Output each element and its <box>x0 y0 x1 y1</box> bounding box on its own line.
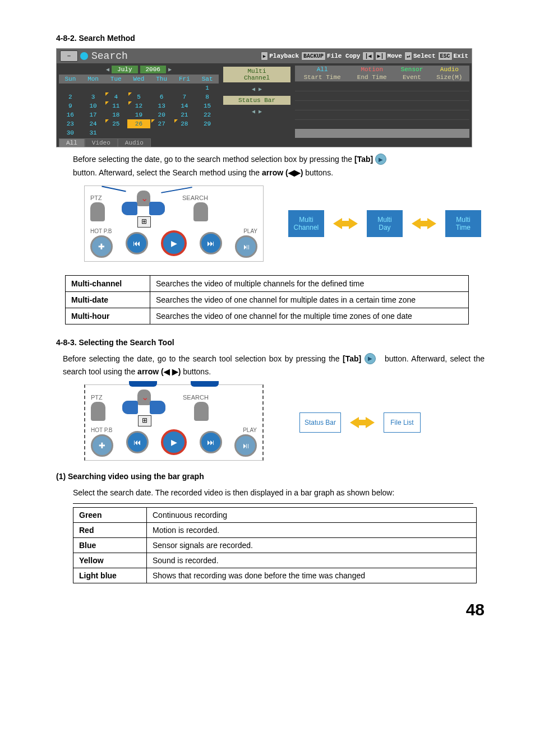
search-method-box[interactable]: Multi Channel <box>223 67 290 82</box>
cal-day[interactable]: 17 <box>82 110 105 119</box>
dvr-titlebar: ⋯ Search Playback BACKUP File Copy |◀ ▶|… <box>57 49 472 63</box>
ptz-button[interactable] <box>90 202 105 221</box>
skip-back-button[interactable]: ⏮ <box>126 232 148 254</box>
grid-button-icon[interactable]: ⊞ <box>137 216 151 228</box>
search-button[interactable] <box>193 202 208 221</box>
cal-day[interactable]: 2 <box>59 92 82 101</box>
grid-button-icon[interactable]: ⊞ <box>138 415 151 426</box>
row-multi-hour-key: Multi-hour <box>66 308 150 324</box>
hint-select: ↵ Select <box>404 52 436 61</box>
cal-day[interactable]: 8 <box>196 92 219 101</box>
ptz-button[interactable] <box>91 402 105 421</box>
search-tool-box[interactable]: Status Bar <box>223 96 290 105</box>
tool-flow-diagram: Status Bar File List <box>299 412 421 433</box>
dpad-right[interactable] <box>150 401 165 414</box>
cal-day[interactable]: 18 <box>104 110 127 119</box>
cal-day[interactable]: 13 <box>150 101 173 110</box>
cal-day[interactable]: 10 <box>82 101 105 110</box>
play-center-button[interactable]: ▶ <box>161 230 187 256</box>
col-motion[interactable]: Motion <box>349 66 394 73</box>
cal-day[interactable]: 3 <box>82 92 105 101</box>
color-desc: Motion is recorded. <box>147 522 477 537</box>
cal-day <box>104 128 127 137</box>
skip-fwd-button[interactable]: ⏭ <box>200 431 222 453</box>
cal-day[interactable]: 29 <box>196 119 219 128</box>
cal-day[interactable]: 27 <box>150 119 173 128</box>
cal-tab-all[interactable]: All <box>59 138 85 147</box>
color-desc: Shows that recording was done before the… <box>147 568 477 583</box>
cal-day <box>104 84 127 92</box>
dpad-left[interactable] <box>122 202 137 215</box>
play-small-button[interactable]: ⏯ <box>235 235 257 258</box>
dvr-window-title: Search <box>91 50 128 62</box>
cal-year[interactable]: 2006 <box>140 66 166 73</box>
row-multi-date-key: Multi-date <box>66 291 150 308</box>
cal-day[interactable]: 20 <box>150 110 173 119</box>
calendar-grid[interactable]: SunMonTueWedThuFriSat 123456789101112131… <box>59 75 219 137</box>
cal-day[interactable]: 9 <box>59 101 82 110</box>
dpad[interactable]: ⌄ ⊞ <box>118 191 169 226</box>
label-ptz: PTZ <box>91 395 105 401</box>
cal-next-icon[interactable]: ▶ <box>168 66 172 73</box>
calendar-panel: ◀ July 2006 ▶ SunMonTueWedThuFriSat 1234… <box>57 63 221 147</box>
cal-day[interactable]: 31 <box>82 128 105 137</box>
cal-day[interactable]: 15 <box>196 101 219 110</box>
double-arrow-icon <box>350 414 375 431</box>
tool-arrows-icon[interactable]: ◀ ▶ <box>223 108 290 115</box>
method-flow-diagram: MultiChannel MultiDay MultiTime <box>288 210 481 237</box>
hotpb-button[interactable]: ✚ <box>91 434 113 457</box>
cal-day <box>59 84 82 92</box>
play-center-button[interactable]: ▶ <box>161 429 187 455</box>
col-all[interactable]: All <box>295 66 349 73</box>
cal-day[interactable]: 11 <box>104 101 127 110</box>
page-number: 48 <box>56 600 490 619</box>
play-small-button[interactable]: ⏯ <box>234 434 257 457</box>
esc-key-icon: ESC <box>438 52 453 61</box>
search-button[interactable] <box>194 402 209 421</box>
cal-dow: Mon <box>82 75 105 84</box>
color-legend-table: GreenContinuous recordingRedMotion is re… <box>73 507 477 583</box>
cal-day[interactable]: 16 <box>59 110 82 119</box>
cal-day[interactable]: 23 <box>59 119 82 128</box>
cal-day[interactable]: 26 <box>127 119 150 128</box>
col-sensor[interactable]: Sensor <box>394 66 430 73</box>
cal-day[interactable]: 7 <box>173 92 196 101</box>
flow-multi-channel: MultiChannel <box>288 210 324 237</box>
cal-day[interactable]: 21 <box>173 110 196 119</box>
cal-day[interactable]: 28 <box>173 119 196 128</box>
cal-day[interactable]: 14 <box>173 101 196 110</box>
cal-tab-audio[interactable]: Audio <box>118 138 151 147</box>
flow-file-list: File List <box>384 412 421 433</box>
col-start: Start Time <box>295 73 349 82</box>
cal-day[interactable]: 30 <box>59 128 82 137</box>
label-search: SEARCH <box>183 395 209 401</box>
col-audio[interactable]: Audio <box>430 66 469 73</box>
cal-day[interactable]: 6 <box>150 92 173 101</box>
skip-back-button[interactable]: ⏮ <box>126 431 149 453</box>
skip-fwd-button[interactable]: ⏭ <box>200 232 222 254</box>
hotpb-button[interactable]: ✚ <box>90 235 113 258</box>
cal-day[interactable]: 19 <box>127 110 150 119</box>
cal-tab-video[interactable]: Video <box>85 138 118 147</box>
cal-day[interactable]: 22 <box>196 110 219 119</box>
dpad[interactable]: ⌄ ⊞ <box>119 389 169 425</box>
cal-day[interactable]: 5 <box>127 92 150 101</box>
cal-month[interactable]: July <box>112 66 137 73</box>
method-arrows-icon[interactable]: ◀ ▶ <box>223 86 290 92</box>
dpad-right[interactable] <box>149 202 165 215</box>
row-multi-hour-val: Searches the video of one channel for th… <box>150 308 469 324</box>
chevron-down-icon: ⌄ <box>141 194 148 203</box>
cal-day[interactable]: 1 <box>196 84 219 92</box>
cal-prev-icon[interactable]: ◀ <box>106 66 109 73</box>
cal-day[interactable]: 12 <box>127 101 150 110</box>
cal-day[interactable]: 24 <box>82 119 105 128</box>
dvr-search-screenshot: ⋯ Search Playback BACKUP File Copy |◀ ▶|… <box>56 48 472 147</box>
row-multi-date-val: Searches the video of one channel for mu… <box>150 291 469 308</box>
section-4-8-2-title: 4-8-2. Search Method <box>56 34 490 43</box>
dpad-left[interactable] <box>122 401 138 414</box>
subsection-bar-title: (1) Searching video using the bar graph <box>56 472 490 481</box>
label-hotpb: HOT P.B <box>91 428 113 433</box>
file-list-panel: All Motion Sensor Audio Start Time End T… <box>293 63 472 142</box>
cal-day[interactable]: 25 <box>104 119 127 128</box>
cal-day[interactable]: 4 <box>104 92 127 101</box>
